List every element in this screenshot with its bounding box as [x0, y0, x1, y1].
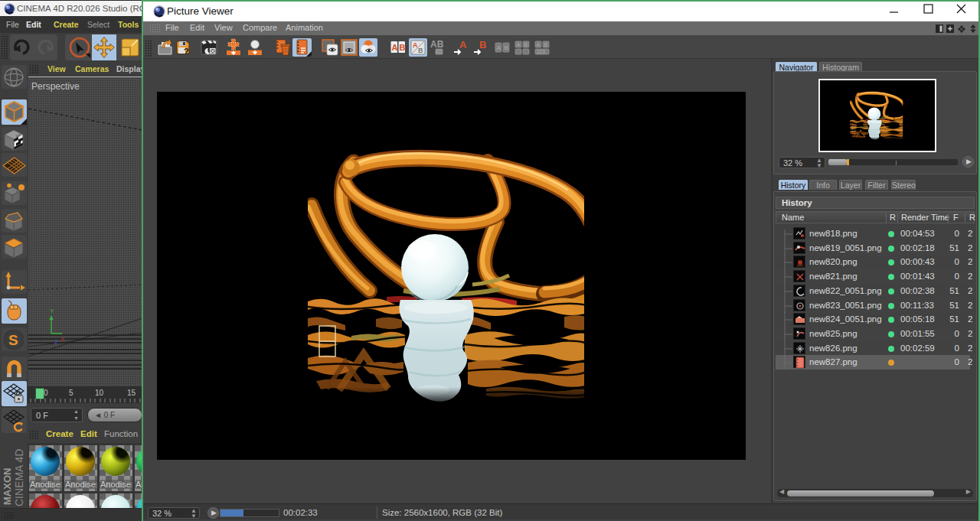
svg-text:B: B: [544, 42, 548, 47]
svg-text:X: X: [60, 336, 65, 343]
svg-text:AB: AB: [430, 39, 444, 50]
svg-text:B: B: [400, 43, 406, 52]
svg-text:B: B: [505, 44, 508, 51]
svg-text:?: ?: [184, 47, 189, 56]
svg-text:A: A: [392, 43, 398, 52]
svg-text:A: A: [537, 42, 541, 47]
svg-text:A: A: [517, 42, 521, 47]
svg-text:B: B: [418, 47, 423, 54]
svg-text:S: S: [8, 332, 18, 348]
svg-text:Z: Z: [54, 339, 58, 346]
svg-text:Y: Y: [50, 308, 54, 314]
svg-text:B: B: [479, 39, 486, 50]
svg-text:123: 123: [537, 49, 545, 54]
svg-text:B: B: [524, 42, 528, 47]
svg-text:A: A: [497, 44, 501, 51]
svg-text:A: A: [459, 39, 467, 50]
svg-text:A: A: [413, 41, 418, 49]
